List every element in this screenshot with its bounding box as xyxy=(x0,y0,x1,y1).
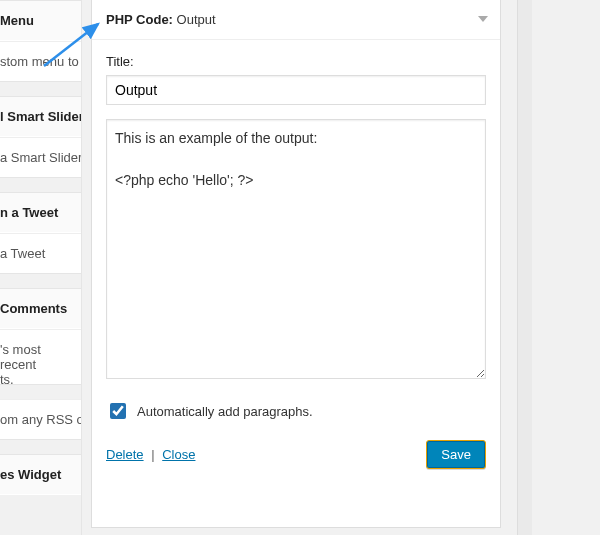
page-background xyxy=(532,0,600,535)
title-label: Title: xyxy=(106,54,486,69)
auto-paragraphs-label: Automatically add paragraphs. xyxy=(137,404,313,419)
close-link[interactable]: Close xyxy=(162,447,195,462)
widget-heading-title: Output xyxy=(177,12,216,27)
widget-header[interactable]: PHP Code: Output xyxy=(92,0,500,40)
auto-paragraphs-checkbox[interactable] xyxy=(110,403,126,419)
delete-link[interactable]: Delete xyxy=(106,447,144,462)
sidebar-item-tweet[interactable]: n a Tweet xyxy=(0,192,81,233)
widget-editor-panel: PHP Code: Output Title: This is an examp… xyxy=(91,0,501,528)
sidebar-item-desc: 's most recent ts. xyxy=(0,329,81,385)
title-input[interactable] xyxy=(106,75,486,105)
php-code-textarea[interactable]: This is an example of the output: <?php … xyxy=(106,119,486,379)
sidebar-item-desc: om any RSS or xyxy=(0,399,81,440)
widget-list-sidebar: Menu stom menu to j l Smart Slider a Sma… xyxy=(0,0,82,535)
save-button[interactable]: Save xyxy=(426,440,486,469)
sidebar-item-desc: a Tweet xyxy=(0,233,81,274)
sidebar-item-smart-slider[interactable]: l Smart Slider xyxy=(0,96,81,137)
collapse-icon[interactable] xyxy=(478,16,488,22)
sidebar-item-desc: stom menu to j xyxy=(0,41,81,82)
sidebar-item-comments[interactable]: Comments xyxy=(0,288,81,329)
sidebar-item-desc: a Smart Slider xyxy=(0,137,81,178)
sidebar-item-menu[interactable]: Menu xyxy=(0,0,81,41)
widget-heading-name: PHP Code: xyxy=(106,12,173,27)
separator: | xyxy=(151,447,154,462)
sidebar-item-es-widget[interactable]: es Widget xyxy=(0,454,81,495)
sidebar-drop-zone-edge xyxy=(517,0,532,535)
